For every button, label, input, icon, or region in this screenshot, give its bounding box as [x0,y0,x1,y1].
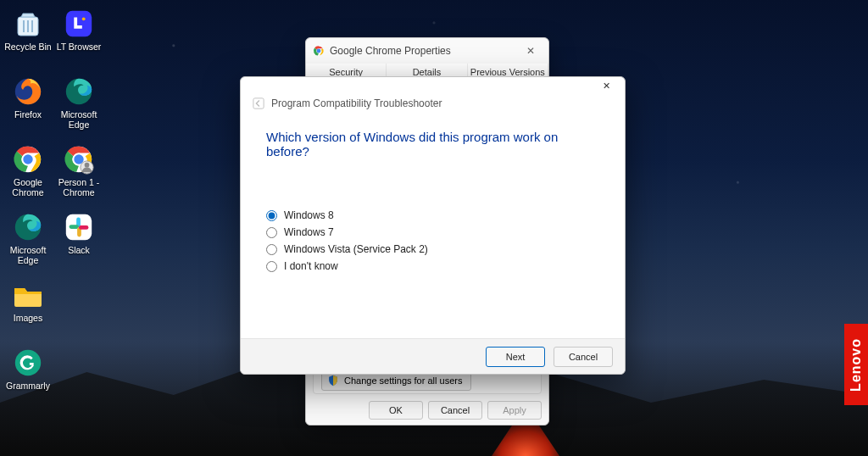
folder-icon [11,278,45,312]
desktop-icon-edge[interactable]: Microsoft Edge [54,71,103,137]
desktop-icon-grammarly[interactable]: Grammarly [3,342,53,409]
recycle-bin-icon [11,7,45,41]
lenovo-badge-text: Lenovo [849,338,864,392]
chrome-profile-icon [62,142,96,176]
desktop-icon-label: LT Browser [57,42,102,53]
desktop-icon-label: Google Chrome [3,178,53,197]
svg-point-24 [317,49,321,53]
desktop-icon-slack[interactable]: Slack [54,207,103,273]
close-icon[interactable]: ✕ [520,45,542,57]
desktop-icon-edge-2[interactable]: Microsoft Edge [3,207,53,273]
desktop-icon-google-chrome[interactable]: Google Chrome [3,139,53,205]
change-settings-label: Change settings for all users [344,375,462,386]
option-windows-8[interactable]: Windows 8 [266,209,608,221]
option-label: Windows Vista (Service Pack 2) [284,243,428,255]
troubleshooter-heading: Which version of Windows did this progra… [241,109,625,167]
shield-icon [327,375,339,386]
troubleshooter-titlebar[interactable]: ✕ [241,77,625,94]
lt-browser-icon [62,7,96,41]
ok-button[interactable]: OK [369,401,423,420]
desktop-icon-label: Microsoft Edge [54,110,103,130]
radio-windows-7[interactable] [266,227,277,238]
svg-point-17 [85,163,90,168]
desktop-icon-label: Person 1 - Chrome [54,178,103,197]
desktop-icon-label: Grammarly [6,381,50,392]
radio-dont-know[interactable] [266,261,277,272]
back-arrow-icon [253,97,264,109]
grammarly-icon [11,346,45,380]
desktop: Recycle Bin Firefox Google Chrome Micros… [0,0,107,456]
chrome-icon [11,142,45,176]
properties-titlebar[interactable]: Google Chrome Properties ✕ [306,38,548,64]
option-windows-vista-sp2[interactable]: Windows Vista (Service Pack 2) [266,243,608,255]
firefox-icon [11,75,45,108]
desktop-icon-label: Slack [68,246,90,256]
svg-rect-2 [27,20,29,32]
option-label: Windows 8 [284,209,334,221]
desktop-icon-label: Images [14,314,42,324]
desktop-icon-firefox[interactable]: Firefox [3,71,53,137]
desktop-icon-person1-chrome[interactable]: Person 1 - Chrome [54,139,103,205]
svg-rect-22 [79,225,88,230]
svg-rect-20 [70,225,79,229]
svg-rect-3 [31,20,33,32]
troubleshooter-breadcrumb-text: Program Compatibility Troubleshooter [271,97,442,109]
chrome-icon [313,45,325,57]
desktop-icon-label: Firefox [14,110,42,120]
svg-point-9 [15,350,41,375]
troubleshooter-options: Windows 8 Windows 7 Windows Vista (Servi… [241,167,625,272]
close-icon[interactable]: ✕ [591,78,621,93]
troubleshooter-footer: Next Cancel [241,338,625,374]
svg-rect-1 [23,20,25,32]
troubleshooter-breadcrumb: Program Compatibility Troubleshooter [241,94,625,109]
properties-title-text: Google Chrome Properties [330,45,451,57]
lenovo-badge: Lenovo [844,324,868,405]
radio-windows-vista-sp2[interactable] [266,244,277,255]
desktop-icon-label: Recycle Bin [4,42,51,53]
properties-footer: OK Cancel Apply [306,396,548,425]
cancel-button[interactable]: Cancel [428,401,482,420]
option-label: I don't know [284,260,338,272]
desktop-icon-recycle-bin[interactable]: Recycle Bin [3,3,53,70]
cancel-button[interactable]: Cancel [554,347,613,367]
desktop-icon-label: Microsoft Edge [3,246,53,265]
desktop-icon-lt-browser[interactable]: LT Browser [54,3,103,70]
apply-button[interactable]: Apply [487,401,542,420]
option-label: Windows 7 [284,226,334,238]
slack-icon [62,210,96,244]
option-dont-know[interactable]: I don't know [266,260,608,272]
svg-rect-10 [66,11,92,36]
desktop-icon-images-folder[interactable]: Images [3,275,53,341]
radio-windows-8[interactable] [266,210,277,221]
edge-icon [11,210,45,244]
troubleshooter-dialog[interactable]: ✕ Program Compatibility Troubleshooter W… [240,76,626,375]
edge-icon [62,75,96,108]
next-button[interactable]: Next [486,347,545,367]
svg-rect-25 [253,98,264,108]
option-windows-7[interactable]: Windows 7 [266,226,608,238]
svg-point-11 [82,17,86,20]
